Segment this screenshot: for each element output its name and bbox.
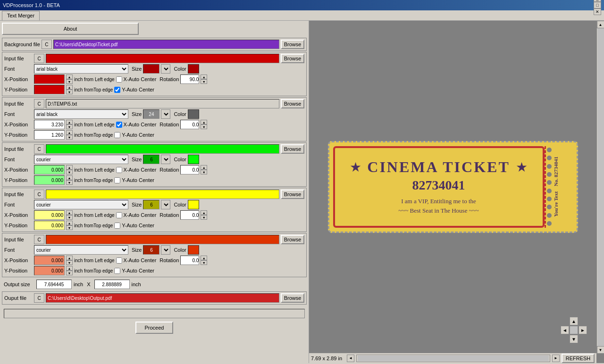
input5-font-select[interactable]: courier arial black xyxy=(34,245,128,255)
input4-ypos-spinner[interactable]: ▲ ▼ xyxy=(66,221,73,230)
input4-size-dropdown[interactable]: ▼ xyxy=(161,200,170,209)
refresh-button[interactable]: REFRESH xyxy=(562,354,595,363)
nav-up-button[interactable]: ▲ xyxy=(570,317,578,325)
input4-rot-input[interactable] xyxy=(180,210,199,220)
input2-rot-up[interactable]: ▲ xyxy=(201,120,207,124)
h-scroll-right[interactable]: ► xyxy=(552,355,560,362)
input5-c-button[interactable]: C xyxy=(34,235,44,244)
input4-yauto-checkbox[interactable] xyxy=(114,223,120,229)
input4-color-swatch[interactable] xyxy=(188,200,199,209)
close-button[interactable]: ✕ xyxy=(594,8,601,15)
input3-c-button[interactable]: C xyxy=(34,144,44,154)
input4-xauto-checkbox[interactable] xyxy=(116,212,122,218)
input5-ypos-input[interactable] xyxy=(34,266,65,275)
input3-size-input[interactable] xyxy=(143,155,159,164)
input5-ypos-spinner[interactable]: ▲ ▼ xyxy=(66,266,73,275)
nav-center-button[interactable] xyxy=(570,326,578,334)
input1-c-button[interactable]: C xyxy=(34,54,44,63)
input1-ypos-up[interactable]: ▲ xyxy=(66,85,73,90)
input1-rot-spinner[interactable]: ▲ ▼ xyxy=(201,74,207,84)
input2-xpos-up[interactable]: ▲ xyxy=(66,120,73,124)
input2-color-swatch[interactable] xyxy=(188,109,199,119)
scroll-up-arrow[interactable]: ▲ xyxy=(597,21,604,28)
input3-xpos-up[interactable]: ▲ xyxy=(66,165,73,170)
input3-color-swatch[interactable] xyxy=(188,155,199,164)
output-file-input[interactable] xyxy=(46,293,279,303)
input4-xpos-up[interactable]: ▲ xyxy=(66,210,73,215)
bg-c-button[interactable]: C xyxy=(42,40,52,49)
input1-rot-up[interactable]: ▲ xyxy=(201,74,207,79)
input2-file-input[interactable] xyxy=(46,99,279,108)
input1-xpos-down[interactable]: ▼ xyxy=(66,79,73,84)
about-button[interactable]: About xyxy=(2,23,139,35)
input3-rot-down[interactable]: ▼ xyxy=(201,170,207,174)
input3-rot-input[interactable] xyxy=(180,165,199,174)
input5-xauto-checkbox[interactable] xyxy=(116,257,122,264)
input3-ypos-input[interactable] xyxy=(34,175,65,185)
input3-ypos-up[interactable]: ▲ xyxy=(66,175,73,180)
input4-c-button[interactable]: C xyxy=(34,190,44,199)
nav-down-button[interactable]: ▼ xyxy=(570,335,578,343)
input3-browse-button[interactable]: Browse xyxy=(281,144,304,154)
input4-rot-down[interactable]: ▼ xyxy=(201,215,207,220)
input4-rot-up[interactable]: ▲ xyxy=(201,210,207,215)
input2-rot-spinner[interactable]: ▲ ▼ xyxy=(201,120,207,129)
right-scrollbar[interactable]: ▲ ▼ xyxy=(596,21,604,354)
input4-xpos-spinner[interactable]: ▲ ▼ xyxy=(66,210,73,220)
input1-browse-button[interactable]: Browse xyxy=(281,54,304,63)
input5-color-swatch[interactable] xyxy=(188,245,199,255)
input2-rot-input[interactable] xyxy=(180,120,199,129)
input4-rot-spinner[interactable]: ▲ ▼ xyxy=(201,210,207,220)
output-width-input[interactable] xyxy=(36,280,72,289)
input4-ypos-input[interactable] xyxy=(34,221,65,230)
input1-ypos-spinner[interactable]: ▲ ▼ xyxy=(66,85,73,94)
input1-file-input[interactable] xyxy=(46,54,279,63)
input5-rot-input[interactable] xyxy=(180,256,199,265)
input2-ypos-spinner[interactable]: ▲ ▼ xyxy=(66,130,73,140)
input3-file-input[interactable] xyxy=(46,144,279,154)
input1-ypos-input[interactable] xyxy=(34,85,65,94)
input4-xpos-input[interactable] xyxy=(34,210,65,220)
input1-xauto-checkbox[interactable] xyxy=(116,76,122,83)
input1-size-input[interactable] xyxy=(143,64,159,74)
input5-size-dropdown[interactable]: ▼ xyxy=(161,245,170,255)
output-c-button[interactable]: C xyxy=(34,293,44,303)
input2-xpos-input[interactable] xyxy=(34,120,65,129)
input2-size-dropdown[interactable]: ▼ xyxy=(161,109,170,119)
input4-ypos-up[interactable]: ▲ xyxy=(66,221,73,225)
input5-ypos-up[interactable]: ▲ xyxy=(66,266,73,271)
input5-ypos-down[interactable]: ▼ xyxy=(66,271,73,275)
output-browse-button[interactable]: Browse xyxy=(281,293,304,303)
maximize-button[interactable]: □ xyxy=(594,2,601,8)
input2-xpos-down[interactable]: ▼ xyxy=(66,124,73,129)
input2-browse-button[interactable]: Browse xyxy=(281,99,304,108)
input4-file-input[interactable] xyxy=(46,190,279,199)
input2-rot-down[interactable]: ▼ xyxy=(201,124,207,129)
input1-size-dropdown[interactable]: ▼ xyxy=(161,64,170,74)
input5-xpos-input[interactable] xyxy=(34,256,65,265)
input3-rot-up[interactable]: ▲ xyxy=(201,165,207,170)
input2-yauto-checkbox[interactable] xyxy=(114,132,120,138)
input3-size-dropdown[interactable]: ▼ xyxy=(161,155,170,164)
input3-ypos-down[interactable]: ▼ xyxy=(66,180,73,185)
input5-rot-down[interactable]: ▼ xyxy=(201,260,207,265)
input5-size-input[interactable] xyxy=(143,245,159,255)
horizontal-scrollbar[interactable] xyxy=(356,355,550,362)
input2-ypos-down[interactable]: ▼ xyxy=(66,135,73,140)
input2-xpos-spinner[interactable]: ▲ ▼ xyxy=(66,120,73,129)
input2-xauto-checkbox[interactable] xyxy=(116,122,122,128)
input1-yauto-checkbox[interactable] xyxy=(114,87,120,93)
output-height-input[interactable] xyxy=(94,280,130,289)
bg-file-input[interactable] xyxy=(53,40,279,49)
input2-ypos-input[interactable] xyxy=(34,130,65,140)
input1-xpos-up[interactable]: ▲ xyxy=(66,74,73,79)
input5-rot-up[interactable]: ▲ xyxy=(201,256,207,260)
input2-font-select[interactable]: arial black courier xyxy=(34,109,128,119)
input5-browse-button[interactable]: Browse xyxy=(281,235,304,244)
input4-size-input[interactable] xyxy=(143,200,159,209)
input1-ypos-down[interactable]: ▼ xyxy=(66,90,73,94)
input2-c-button[interactable]: C xyxy=(34,99,44,108)
nav-right-button[interactable]: ► xyxy=(579,326,587,334)
input3-yauto-checkbox[interactable] xyxy=(114,177,120,183)
input1-color-swatch[interactable] xyxy=(188,64,199,74)
